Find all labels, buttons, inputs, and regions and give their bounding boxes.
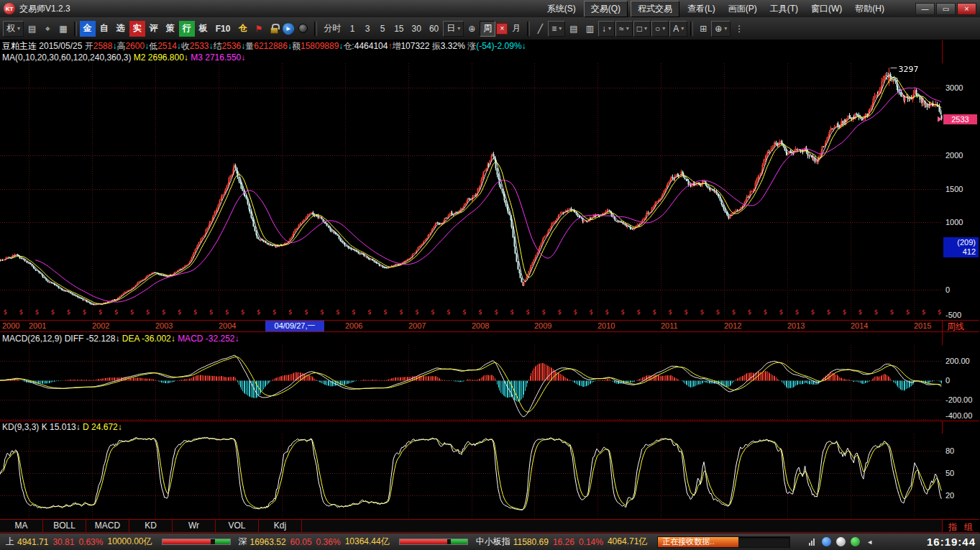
real-trade-button[interactable]: 实 <box>129 21 145 37</box>
kd-axis-label: 80 <box>945 446 954 455</box>
dropdown-arrow-icon: ▾ <box>724 25 727 32</box>
review-button[interactable]: 评 <box>146 21 162 37</box>
tab-boll[interactable]: BOLL <box>43 520 86 532</box>
gann-tool-icon[interactable]: ▥ <box>582 21 597 37</box>
period-tick-button[interactable]: 分时 <box>320 21 344 37</box>
menu-screen[interactable]: 画面(P) <box>722 1 764 17</box>
minimize-button[interactable]: — <box>915 3 935 15</box>
tab-wr[interactable]: Wr <box>173 520 216 532</box>
hline-tool-combo[interactable]: ≡▾ <box>548 21 565 37</box>
position-button[interactable]: 仓 <box>234 21 250 37</box>
toolbar-separator <box>74 22 77 36</box>
index-quote-2: 中小板指11580.6916.260.14%4064.71亿 <box>475 536 651 548</box>
pane-divider-line <box>943 331 979 332</box>
tab-kd[interactable]: KD <box>129 520 173 532</box>
watchlist-button[interactable]: 选 <box>113 21 129 37</box>
menu-help[interactable]: 帮助(H) <box>848 1 891 17</box>
overlay-icon[interactable]: ▤ <box>24 21 40 37</box>
year-label-2009: 2009 <box>534 321 551 330</box>
year-label-2012: 2012 <box>724 321 741 330</box>
period-30-button[interactable]: 30 <box>408 21 425 37</box>
chart-region: 豆粕主连 2015/05/25 开2588↓高2600↓低2514↓收2533↓… <box>0 40 943 533</box>
network-icon[interactable] <box>807 537 817 546</box>
crosshair-icon[interactable]: ⊕ <box>464 21 479 37</box>
period-1-button[interactable]: 1 <box>345 21 360 37</box>
lock-icon[interactable] <box>267 21 282 37</box>
position-box: (209) 412 <box>943 237 979 257</box>
rect-tool-combo[interactable]: □▾ <box>633 21 651 37</box>
dropdown-arrow-icon: ▾ <box>644 25 647 32</box>
year-label-2004: 2004 <box>219 321 236 330</box>
tab-kdj[interactable]: Kdj <box>259 520 302 532</box>
app-title: 交易师V1.2.3 <box>19 3 70 15</box>
period-5-button[interactable]: 5 <box>375 21 390 37</box>
price-axis-label: 1500 <box>945 185 963 193</box>
wave-tool-combo[interactable]: ≈▾ <box>615 21 633 37</box>
trendline-tool-icon[interactable]: ╱ <box>533 21 547 37</box>
tile-icon[interactable]: ▦ <box>55 21 70 37</box>
ma-indicator-line: MA(0,10,20,30,60,120,240,360,3) M2 2696.… <box>0 52 942 63</box>
close-button[interactable]: × <box>957 3 976 15</box>
flag-icon[interactable]: ⚑ <box>251 21 266 37</box>
app-logo-icon: KT <box>4 3 15 14</box>
time-axis: 2000200120022003200420062007200820092010… <box>0 320 942 332</box>
menu-system[interactable]: 系统(S) <box>541 1 582 17</box>
tab-ma[interactable]: MA <box>0 520 43 532</box>
messenger-icon[interactable] <box>836 537 846 546</box>
data-progress-bar: 正在接收数据.. <box>657 536 790 548</box>
menu-tools[interactable]: 工具(T) <box>764 1 805 17</box>
price-axis-label: -500 <box>945 311 961 319</box>
strategy-button[interactable]: 策 <box>162 21 178 37</box>
macd-indicator-line: MACD(26,12,9) DIFF -52.128↓ DEA -36.002↓… <box>0 332 942 345</box>
period-60-button[interactable]: 60 <box>426 21 442 37</box>
quotes-button[interactable]: 行 <box>179 21 195 37</box>
year-label-2006: 2006 <box>345 321 362 330</box>
menu-view[interactable]: 查看(L) <box>681 1 722 17</box>
main-area: 豆粕主连 2015/05/25 开2588↓高2600↓低2514↓收2533↓… <box>0 40 980 533</box>
dropdown-arrow-icon: ▾ <box>626 25 629 32</box>
year-label-2007: 2007 <box>408 321 426 330</box>
dropdown-arrow-icon: ▾ <box>457 25 460 32</box>
gold-market-button[interactable]: 金 <box>80 21 96 37</box>
tab-vol[interactable]: VOL <box>216 520 259 532</box>
connection-status-icon[interactable] <box>851 537 860 546</box>
stop-icon[interactable] <box>295 21 311 37</box>
year-label-2003: 2003 <box>155 321 173 330</box>
text-tool-combo[interactable]: A▾ <box>669 21 687 37</box>
restore-button[interactable]: ▭ <box>936 3 956 15</box>
custom-list-button[interactable]: 自 <box>96 21 112 37</box>
selected-date-box[interactable]: 04/09/27,一 <box>265 321 324 331</box>
period-day-combo[interactable]: 日▾ <box>443 21 464 37</box>
channel-tool-icon[interactable]: ▤ <box>566 21 581 37</box>
hand-icon[interactable]: ⌖ <box>40 21 55 37</box>
menu-window[interactable]: 窗口(W) <box>805 1 848 17</box>
speaker-icon[interactable]: ◄ <box>865 537 874 546</box>
f10-button[interactable]: F10 <box>212 21 234 37</box>
macd-axis-label: -200.00 <box>945 395 972 404</box>
toolbar: 权▾▤⌖▦金自选实评策行板F10仓⚑▶分时135153060日▾⊕周×月╱≡▾▤… <box>0 17 980 40</box>
adjust-combo[interactable]: 权▾ <box>3 21 24 37</box>
period-week-button[interactable]: 周 <box>480 21 495 37</box>
tab-macd[interactable]: MACD <box>86 520 129 532</box>
period-month-button[interactable]: 月 <box>508 21 524 37</box>
play-icon[interactable]: ▶ <box>283 23 294 35</box>
compass-combo[interactable]: ⊕▾ <box>711 21 731 37</box>
window-layout-icon[interactable]: ⊞ <box>696 21 710 37</box>
browser-icon[interactable] <box>822 537 831 546</box>
more-tools-icon[interactable]: ⋮ <box>731 21 747 37</box>
menu-trade[interactable]: 交易(Q) <box>584 1 628 17</box>
progress-text: 正在接收数据.. <box>658 537 738 547</box>
year-label-2008: 2008 <box>472 321 489 330</box>
period-15-button[interactable]: 15 <box>390 21 407 37</box>
macd-chart-canvas[interactable] <box>0 345 943 421</box>
year-label-2001: 2001 <box>29 321 46 330</box>
arrow-tool-combo[interactable]: ↓▾ <box>598 21 615 37</box>
ellipse-tool-combo[interactable]: ○▾ <box>651 21 669 37</box>
menu-program-trade[interactable]: 程式交易 <box>631 1 679 17</box>
board-button[interactable]: 板 <box>196 21 211 37</box>
period-3-button[interactable]: 3 <box>360 21 375 37</box>
main-chart-canvas[interactable] <box>0 63 943 320</box>
kd-chart-canvas[interactable] <box>0 434 943 519</box>
indicator-tabs: MABOLLMACDKDWrVOLKdj <box>0 519 942 533</box>
close-panel-button[interactable]: × <box>496 23 508 35</box>
